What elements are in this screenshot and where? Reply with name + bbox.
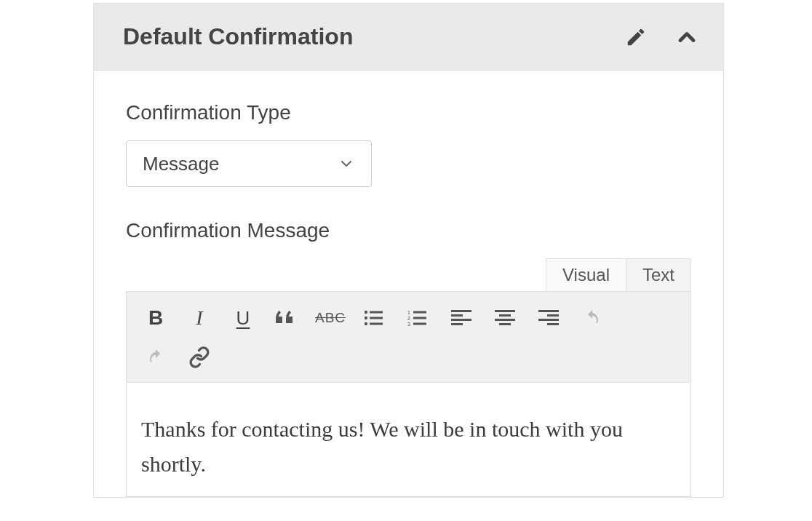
blockquote-button[interactable]	[265, 301, 309, 335]
pencil-icon	[625, 26, 647, 48]
align-right-button[interactable]	[527, 301, 570, 335]
confirmation-type-label: Confirmation Type	[126, 101, 691, 124]
svg-rect-3	[370, 317, 383, 319]
underline-button[interactable]: U	[221, 301, 265, 335]
align-center-icon	[495, 310, 515, 326]
svg-rect-9	[413, 317, 426, 319]
chevron-up-icon	[674, 24, 700, 50]
collapse-button[interactable]	[671, 21, 703, 53]
align-right-icon	[538, 310, 559, 326]
align-left-button[interactable]	[439, 301, 483, 335]
svg-rect-14	[451, 319, 471, 321]
quote-icon	[276, 309, 298, 327]
svg-rect-17	[499, 314, 511, 317]
select-value: Message	[143, 153, 220, 175]
editor-toolbar: B I U ABC 1	[126, 291, 691, 383]
tab-visual[interactable]: Visual	[546, 258, 626, 291]
align-left-icon	[451, 310, 471, 326]
svg-rect-22	[538, 319, 559, 321]
svg-rect-1	[370, 311, 383, 314]
header-actions	[620, 21, 703, 53]
svg-rect-19	[499, 323, 511, 325]
svg-rect-11	[413, 323, 426, 325]
svg-rect-12	[451, 310, 471, 312]
confirmation-message-label: Confirmation Message	[126, 219, 691, 242]
editor: Visual Text B I U ABC	[126, 258, 691, 497]
svg-point-4	[365, 322, 367, 325]
underline-icon: U	[236, 307, 250, 330]
svg-point-0	[365, 311, 367, 314]
svg-text:1: 1	[407, 310, 410, 315]
redo-icon	[146, 349, 166, 366]
italic-button[interactable]: I	[178, 301, 221, 335]
editor-text: Thanks for contacting us! We will be in …	[141, 412, 676, 482]
svg-rect-5	[370, 323, 383, 325]
panel-header: Default Confirmation	[94, 4, 723, 71]
editor-tabs: Visual Text	[126, 258, 691, 291]
undo-button[interactable]	[570, 301, 614, 335]
link-icon	[188, 346, 210, 368]
link-button[interactable]	[178, 340, 221, 375]
svg-rect-18	[495, 319, 515, 321]
svg-rect-21	[547, 314, 559, 317]
svg-rect-16	[495, 310, 515, 312]
svg-rect-20	[538, 310, 559, 312]
svg-rect-23	[547, 323, 559, 325]
bold-button[interactable]: B	[134, 301, 178, 335]
editor-content-area[interactable]: Thanks for contacting us! We will be in …	[126, 383, 691, 497]
bold-icon: B	[148, 306, 163, 330]
numbered-list-icon: 1 2 3	[407, 309, 428, 327]
svg-rect-15	[451, 323, 463, 325]
redo-button[interactable]	[134, 340, 178, 375]
svg-rect-7	[413, 311, 426, 314]
tab-text[interactable]: Text	[626, 258, 691, 291]
panel-body: Confirmation Type Message Confirmation M…	[94, 71, 723, 497]
bullet-list-icon	[364, 309, 384, 327]
panel-title: Default Confirmation	[123, 23, 353, 50]
svg-rect-13	[451, 314, 463, 317]
numbered-list-button[interactable]: 1 2 3	[396, 301, 439, 335]
strikethrough-icon: ABC	[315, 310, 346, 326]
align-center-button[interactable]	[483, 301, 527, 335]
chevron-down-icon	[338, 155, 355, 172]
strikethrough-button[interactable]: ABC	[309, 301, 352, 335]
svg-text:3: 3	[407, 322, 410, 327]
confirmation-panel: Default Confirmation Confirmation Type M…	[93, 3, 724, 498]
confirmation-type-select[interactable]: Message	[126, 140, 372, 187]
undo-icon	[582, 309, 602, 327]
italic-icon: I	[196, 306, 202, 330]
svg-text:2: 2	[407, 316, 410, 321]
edit-button[interactable]	[620, 21, 652, 53]
bullet-list-button[interactable]	[352, 301, 396, 335]
svg-point-2	[365, 317, 367, 319]
